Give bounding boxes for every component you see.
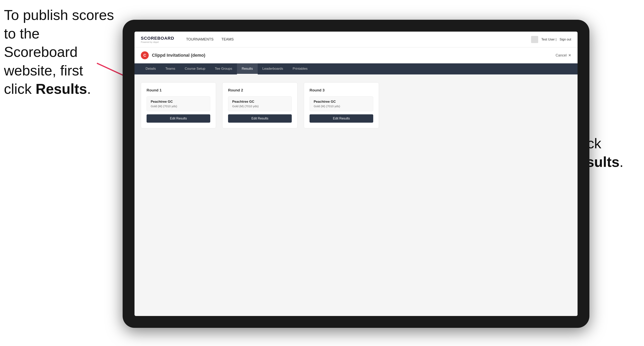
user-name: Test User | — [541, 38, 556, 41]
round-1-course-details: Gold (M) (7010 yds) — [151, 104, 206, 108]
nav-teams[interactable]: TEAMS — [222, 36, 234, 42]
round-2-edit-results-button[interactable]: Edit Results — [228, 114, 292, 123]
rounds-grid: Round 1 Peachtree GC Gold (M) (7010 yds)… — [141, 82, 571, 128]
round-2-course-name: Peachtree GC — [232, 100, 288, 104]
nav-right: Test User | Sign out — [531, 36, 571, 43]
tab-tee-groups[interactable]: Tee Groups — [210, 63, 237, 74]
rounds-area: Round 1 Peachtree GC Gold (M) (7010 yds)… — [134, 74, 578, 316]
tab-results[interactable]: Results — [237, 63, 258, 74]
logo-sub: Powered by clippd — [141, 41, 174, 43]
annotation-line4: click Results. — [4, 81, 91, 97]
round-3-course-name: Peachtree GC — [314, 100, 369, 104]
round-2-title: Round 2 — [228, 88, 292, 92]
tournament-name: Clippd Invitational (demo) — [152, 53, 556, 58]
annotation-line3: website, first — [4, 63, 83, 78]
round-3-edit-results-button[interactable]: Edit Results — [310, 114, 373, 123]
round-2-course-card: Peachtree GC Gold (M) (7010 yds) — [228, 96, 292, 111]
tab-teams[interactable]: Teams — [160, 63, 180, 74]
round-1-card: Round 1 Peachtree GC Gold (M) (7010 yds)… — [141, 82, 216, 128]
cancel-button[interactable]: Cancel ✕ — [556, 53, 571, 57]
nav-links: TOURNAMENTS TEAMS — [186, 36, 531, 42]
logo-area: SCOREBOARD Powered by clippd — [141, 36, 174, 43]
top-nav: SCOREBOARD Powered by clippd TOURNAMENTS… — [134, 32, 578, 47]
round-3-title: Round 3 — [310, 88, 373, 92]
tab-leaderboards[interactable]: Leaderboards — [258, 63, 288, 74]
nav-tournaments[interactable]: TOURNAMENTS — [186, 36, 214, 42]
tournament-logo: C — [141, 51, 149, 59]
tab-printables[interactable]: Printables — [288, 63, 312, 74]
annotation-left: To publish scores to the Scoreboard webs… — [4, 6, 115, 98]
sign-out-link[interactable]: Sign out — [560, 38, 571, 41]
round-1-edit-results-button[interactable]: Edit Results — [146, 114, 210, 123]
annotation-line1: To publish scores — [4, 7, 114, 23]
tablet-screen: SCOREBOARD Powered by clippd TOURNAMENTS… — [134, 32, 578, 316]
round-2-card: Round 2 Peachtree GC Gold (M) (7010 yds)… — [222, 82, 298, 128]
round-3-card: Round 3 Peachtree GC Gold (M) (7010 yds)… — [304, 82, 379, 128]
tablet-device: SCOREBOARD Powered by clippd TOURNAMENTS… — [123, 20, 590, 328]
tab-details[interactable]: Details — [141, 63, 160, 74]
content-area: C Clippd Invitational (demo) Cancel ✕ De… — [134, 47, 578, 316]
tournament-header: C Clippd Invitational (demo) Cancel ✕ — [134, 47, 578, 63]
round-2-course-details: Gold (M) (7010 yds) — [232, 104, 288, 108]
round-3-course-details: Gold (M) (7010 yds) — [314, 104, 369, 108]
round-3-course-card: Peachtree GC Gold (M) (7010 yds) — [310, 96, 373, 111]
round-1-title: Round 1 — [146, 88, 210, 92]
round-1-course-card: Peachtree GC Gold (M) (7010 yds) — [146, 96, 210, 111]
tab-bar: Details Teams Course Setup Tee Groups Re… — [134, 63, 578, 74]
round-1-course-name: Peachtree GC — [151, 100, 206, 104]
user-icon — [531, 36, 538, 43]
tab-course-setup[interactable]: Course Setup — [180, 63, 210, 74]
annotation-line2: to the Scoreboard — [4, 26, 78, 60]
logo-text: SCOREBOARD — [141, 36, 174, 41]
